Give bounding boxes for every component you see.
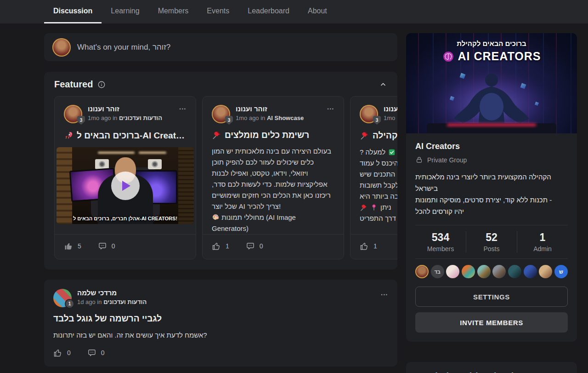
post-category[interactable]: הודעות ועדכונים	[119, 115, 162, 121]
tab-events[interactable]: Events	[198, 0, 238, 23]
featured-cards-row: 3 זוהר וענונו 1mo ago in הודעות ועדכונים…	[54, 96, 397, 259]
post-footer: 1 0	[203, 234, 344, 251]
play-button[interactable]	[111, 172, 140, 200]
member-avatar[interactable]	[539, 265, 552, 278]
post-header: 3 זוהר וענונו 1mo	[360, 105, 397, 123]
post-meta: 1mo ago in הודעות ועדכונים	[88, 115, 162, 121]
video-caption: אהלן חברים, ברוכים הבאים ל-AI CREATORS!	[57, 216, 194, 221]
level-badge: 3	[77, 116, 85, 125]
post-body: ? למעלה היכנס ל עמוד התכנים שיש לקבל תשו…	[360, 147, 397, 224]
chevron-up-icon[interactable]	[379, 80, 387, 89]
invite-members-button[interactable]: INVITE MEMBERS	[415, 312, 568, 333]
post-meta: 1mo ago in AI Showcase	[236, 115, 304, 121]
community-card: ברוכים הבאים לקהילת AI CREATORS AI Creat…	[406, 33, 577, 342]
post-composer[interactable]: What's on your mind, זוהר?	[44, 33, 397, 61]
post-title[interactable]: ברוכים הבאים ל-AI Creat…	[64, 131, 187, 141]
nav-tabs: Discussion Learning Members Events Leade…	[0, 0, 588, 23]
featured-card-community-clipped[interactable]: 3 זוהר וענונו 1mo קהילה	[350, 96, 397, 259]
author-name[interactable]: מרדכי שלמה	[77, 289, 147, 297]
tab-discussion[interactable]: Discussion	[44, 0, 102, 23]
current-user-avatar[interactable]	[52, 38, 71, 57]
author-avatar[interactable]: 1	[53, 289, 72, 307]
member-avatar[interactable]	[477, 265, 491, 278]
featured-card-tools[interactable]: 3 זוהר וענונו 1mo ago in AI Showcase •••	[202, 96, 344, 259]
like-button[interactable]: 1	[360, 241, 377, 251]
check-emoji	[388, 149, 396, 156]
author-name[interactable]: זוהר וענונו	[88, 105, 162, 113]
member-avatar[interactable]: ש	[554, 265, 568, 278]
featured-card-welcome[interactable]: 3 זוהר וענונו 1mo ago in הודעות ועדכונים…	[54, 96, 196, 259]
member-avatar[interactable]	[462, 265, 475, 278]
feed-post[interactable]: ••• 1 מרדכי שלמה 1d ago in הודעות ועדכונ…	[44, 280, 397, 367]
author-avatar[interactable]: 3	[212, 105, 230, 123]
post-footer: 5 0	[55, 234, 196, 251]
tab-about[interactable]: About	[299, 0, 336, 23]
like-button[interactable]: 1	[212, 241, 229, 251]
author-name[interactable]: זוהר וענונו	[384, 105, 397, 113]
post-meta: 1mo	[384, 115, 397, 121]
comment-button[interactable]: 0	[98, 241, 115, 251]
post-header: 3 זוהר וענונו 1mo ago in הודעות ועדכונים…	[64, 105, 187, 123]
like-button[interactable]: 0	[53, 348, 71, 357]
post-title[interactable]: לגביי הרשמה של גוגל בלבד	[53, 314, 388, 324]
post-footer: 0 0	[53, 348, 388, 357]
privacy-row: Private Group	[415, 156, 568, 164]
post-category[interactable]: הודעות ועדכונים	[103, 298, 147, 305]
post-menu-button[interactable]: •••	[328, 105, 334, 111]
round-pin-emoji	[370, 204, 378, 211]
lock-icon	[415, 156, 423, 164]
post-header: 3 זוהר וענונו 1mo ago in AI Showcase •••	[212, 105, 334, 123]
tab-members[interactable]: Members	[149, 0, 198, 23]
post-menu-button[interactable]: •••	[180, 105, 187, 111]
post-title[interactable]: רשימת כלים מומלצים	[212, 131, 334, 140]
comment-count: 0	[101, 349, 105, 356]
like-button[interactable]: 5	[64, 241, 81, 251]
member-avatar[interactable]	[492, 265, 506, 278]
comment-button[interactable]: 0	[246, 241, 263, 251]
stat-posts: 52 Posts	[466, 231, 517, 252]
comment-button[interactable]: 0	[87, 348, 105, 357]
like-count: 1	[373, 242, 377, 250]
banner-brand-text: AI CREATORS	[406, 50, 577, 63]
banner-welcome-text: ברוכים הבאים לקהילת	[406, 40, 577, 47]
stat-admins: 1 Admin	[517, 231, 568, 252]
member-avatar[interactable]	[524, 265, 537, 278]
member-avatar[interactable]	[508, 265, 521, 278]
community-banner-image: ברוכים הבאים לקהילת AI CREATORS	[406, 33, 577, 133]
member-avatar[interactable]	[415, 265, 429, 278]
info-icon[interactable]	[97, 80, 106, 89]
author-avatar[interactable]: 3	[360, 105, 378, 123]
member-avatar[interactable]: בד	[431, 265, 444, 278]
rocket-emoji	[64, 131, 73, 140]
community-sidebar: ברוכים הבאים לקהילת AI CREATORS AI Creat…	[406, 33, 577, 373]
post-category[interactable]: AI Showcase	[267, 115, 304, 121]
comment-count: 0	[260, 242, 263, 250]
tab-learning[interactable]: Learning	[102, 0, 148, 23]
like-count: 1	[226, 242, 229, 250]
member-avatars-row: בד ש	[415, 259, 568, 280]
post-header: 1 מרדכי שלמה 1d ago in הודעות ועדכונים	[53, 289, 388, 307]
like-count: 5	[78, 242, 81, 250]
post-menu-button[interactable]: •••	[381, 291, 388, 297]
pushpin-emoji	[360, 204, 368, 212]
leaderboard-title: Leaderboard (30-days)	[416, 371, 567, 373]
post-body: אשמח לדעת איך עושים את זה. והאם יש בזה י…	[53, 331, 388, 339]
author-avatar[interactable]: 3	[64, 105, 82, 123]
leaderboard-card: Leaderboard (30-days)	[406, 362, 577, 373]
top-nav-bar: Discussion Learning Members Events Leade…	[0, 0, 588, 23]
community-page: Discussion Learning Members Events Leade…	[0, 0, 588, 373]
privacy-label: Private Group	[427, 156, 467, 164]
palette-emoji	[212, 213, 220, 221]
post-body: בעולם היצירה עם בינה מלאכותית יש המון כל…	[212, 146, 334, 234]
pushpin-emoji	[212, 131, 221, 140]
community-stats: 534 Members 52 Posts 1 Admin	[415, 225, 568, 258]
video-thumbnail[interactable]: אהלן חברים, ברוכים הבאים ל-AI CREATORS!	[57, 147, 194, 224]
member-avatar[interactable]	[446, 265, 459, 278]
featured-title: Featured	[54, 79, 93, 90]
author-name[interactable]: זוהר וענונו	[236, 105, 304, 113]
post-footer: 1	[351, 234, 397, 251]
post-title[interactable]: קהילה	[360, 131, 397, 141]
feed-column: What's on your mind, זוהר? Featured	[44, 33, 397, 367]
tab-leaderboard[interactable]: Leaderboard	[238, 0, 299, 23]
settings-button[interactable]: SETTINGS	[415, 287, 568, 307]
